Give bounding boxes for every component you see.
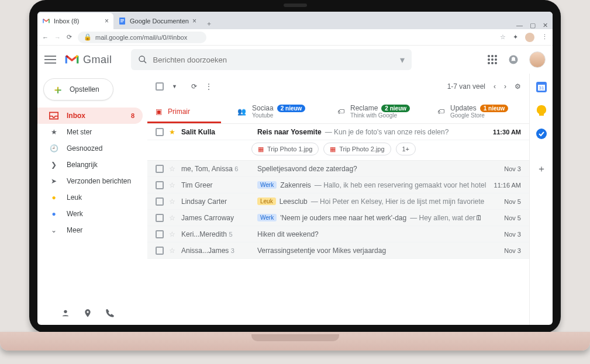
prev-page-icon[interactable]: ‹ — [494, 82, 496, 91]
compose-button[interactable]: ＋ Opstellen — [43, 78, 113, 100]
row-label: Werk — [257, 181, 277, 189]
search-input[interactable] — [153, 56, 400, 64]
close-icon[interactable]: × — [105, 17, 109, 25]
tab-social[interactable]: 👥 Sociaa 2 nieuw Youtube — [229, 99, 329, 123]
maximize-icon[interactable]: ▢ — [530, 22, 536, 29]
row-checkbox[interactable] — [156, 128, 164, 136]
add-addon-icon[interactable]: ＋ — [536, 164, 547, 174]
sidebar-item-snoozed[interactable]: 🕘 Gesnoozed — [37, 140, 143, 157]
star-icon[interactable]: ☆ — [167, 165, 177, 173]
docs-favicon-icon — [118, 17, 126, 25]
mail-toolbar: ▼ ⟳ ⋮ 1-7 van veel ‹ › ⚙ — [147, 74, 529, 99]
gmail-header: Gmail ▾ — [37, 46, 553, 74]
row-label: Leuk — [257, 197, 276, 205]
reload-icon[interactable]: ⟳ — [67, 33, 72, 41]
badge-new: 2 nieuw — [381, 105, 410, 112]
tab-primary[interactable]: ▣ Primair — [147, 99, 229, 123]
row-subject: Verrassingsetentje voor Mikes verjaardag — [257, 247, 386, 255]
row-time: Nov 5 — [486, 198, 521, 205]
star-icon[interactable]: ☆ — [167, 247, 177, 255]
mail-row[interactable]: ☆ Keri...Meredith 5 Hiken dit weekend? N… — [147, 226, 529, 242]
new-tab-button[interactable]: ＋ — [203, 18, 215, 29]
address-bar[interactable]: 🔒 mail.google.com/mail/u/0/#inbox — [78, 32, 206, 43]
gmail-logo-icon — [64, 54, 80, 65]
mail-row[interactable]: ☆ me, Tom, Anissa 6 Spelletjesavond deze… — [147, 161, 529, 177]
sidebar: ＋ Opstellen Inbox 8 ★ Met ster 🕘 Ges — [37, 74, 147, 325]
star-icon[interactable]: ☆ — [167, 197, 177, 206]
tab-updates[interactable]: 🏷 Updates 1 nieuw Google Store — [429, 99, 529, 123]
row-subject: Hiken dit weekend? — [257, 230, 319, 238]
minimize-icon[interactable]: — — [516, 22, 523, 29]
forward-icon[interactable]: → — [54, 34, 61, 41]
browser-menu-icon[interactable]: ⋮ — [541, 33, 548, 41]
contacts-icon[interactable] — [61, 308, 70, 318]
profile-avatar-icon[interactable] — [525, 33, 534, 42]
row-subject: Zakenreis — [280, 181, 311, 189]
star-icon[interactable]: ☆ — [167, 181, 177, 189]
browser-tabstrip: Inbox (8) × Google Documenten × ＋ — ▢ ✕ — [37, 12, 553, 29]
row-checkbox[interactable] — [156, 247, 164, 255]
select-dropdown-icon[interactable]: ▼ — [172, 84, 177, 89]
row-time: Nov 3 — [486, 247, 521, 254]
search-options-icon[interactable]: ▾ — [400, 54, 405, 65]
calendar-addon-icon[interactable]: 31 — [536, 82, 547, 92]
attachment-chip[interactable]: ▦Trip Photo 2.jpg — [323, 143, 391, 155]
browser-tab-label: Inbox (8) — [54, 18, 79, 25]
settings-gear-icon[interactable]: ⚙ — [515, 82, 521, 91]
tab-sublabel: Youtube — [252, 112, 305, 119]
sidebar-item-starred[interactable]: ★ Met ster — [37, 124, 143, 140]
search-icon — [138, 55, 147, 64]
star-icon[interactable]: ★ — [167, 128, 177, 136]
sidebar-item-inbox[interactable]: Inbox 8 — [37, 108, 143, 124]
location-icon[interactable] — [83, 308, 92, 318]
mail-row[interactable]: ☆ James Carroway Werk 'Neem je ouders me… — [147, 210, 529, 226]
select-all-checkbox[interactable] — [156, 82, 164, 91]
sidebar-item-label-werk[interactable]: ● Werk — [37, 206, 143, 222]
keep-addon-icon[interactable] — [536, 105, 547, 116]
phone-icon[interactable] — [105, 308, 115, 318]
row-sender: me, Tom, Anissa 6 — [181, 165, 257, 173]
more-actions-icon[interactable]: ⋮ — [205, 82, 212, 91]
extensions-icon[interactable]: ✦ — [513, 33, 518, 41]
browser-tab-docs[interactable]: Google Documenten × — [113, 13, 201, 29]
refresh-icon[interactable]: ⟳ — [191, 82, 197, 91]
row-checkbox[interactable] — [156, 197, 164, 206]
row-checkbox[interactable] — [156, 230, 164, 238]
account-avatar[interactable] — [529, 51, 546, 68]
notifications-icon[interactable] — [508, 54, 519, 65]
sidebar-item-label-leuk[interactable]: ● Leuk — [37, 189, 143, 206]
search-bar[interactable]: ▾ — [131, 49, 412, 70]
tab-label: Updates — [450, 104, 477, 112]
row-checkbox[interactable] — [156, 181, 164, 189]
row-checkbox[interactable] — [156, 214, 164, 222]
mail-row[interactable]: ☆ Tim Greer Werk Zakenreis — Hallo, ik h… — [147, 177, 529, 193]
sidebar-item-important[interactable]: ❯ Belangrijk — [37, 157, 143, 173]
apps-grid-icon[interactable] — [487, 54, 498, 65]
image-icon: ▦ — [258, 145, 264, 153]
back-icon[interactable]: ← — [42, 34, 49, 41]
row-checkbox[interactable] — [156, 165, 164, 173]
attachment-more-chip[interactable]: 1+ — [396, 143, 416, 155]
next-page-icon[interactable]: › — [504, 82, 506, 91]
main-menu-icon[interactable] — [44, 54, 57, 65]
compose-label: Opstellen — [70, 85, 99, 93]
svg-point-23 — [536, 129, 547, 139]
close-icon[interactable]: × — [192, 17, 196, 25]
attachment-chip[interactable]: ▦Trip Photo 1.jpg — [251, 143, 319, 155]
tab-label: Reclame — [350, 104, 378, 112]
sidebar-item-label: Inbox — [67, 112, 85, 120]
mail-row[interactable]: ☆ Lindsay Carter Leuk Leesclub — Hoi Pet… — [147, 193, 529, 210]
gmail-logo[interactable]: Gmail — [64, 54, 112, 66]
row-label: Werk — [257, 214, 277, 221]
bookmark-star-icon[interactable]: ☆ — [500, 33, 506, 41]
star-icon[interactable]: ☆ — [167, 214, 177, 222]
mail-row[interactable]: ☆ Anissa...James 3 Verrassingsetentje vo… — [147, 242, 529, 259]
tasks-addon-icon[interactable] — [536, 129, 547, 139]
close-window-icon[interactable]: ✕ — [543, 22, 548, 29]
tab-promotions[interactable]: 🏷 Reclame 2 nieuw Think with Google — [329, 99, 429, 123]
browser-tab-inbox[interactable]: Inbox (8) × — [37, 13, 113, 29]
sidebar-item-more[interactable]: ⌄ Meer — [37, 222, 143, 238]
mail-row[interactable]: ★ Salit Kulla Reis naar Yosemite — Kun j… — [147, 124, 529, 140]
sidebar-item-sent[interactable]: ➤ Verzonden berichten — [37, 173, 143, 189]
star-icon[interactable]: ☆ — [167, 230, 177, 238]
